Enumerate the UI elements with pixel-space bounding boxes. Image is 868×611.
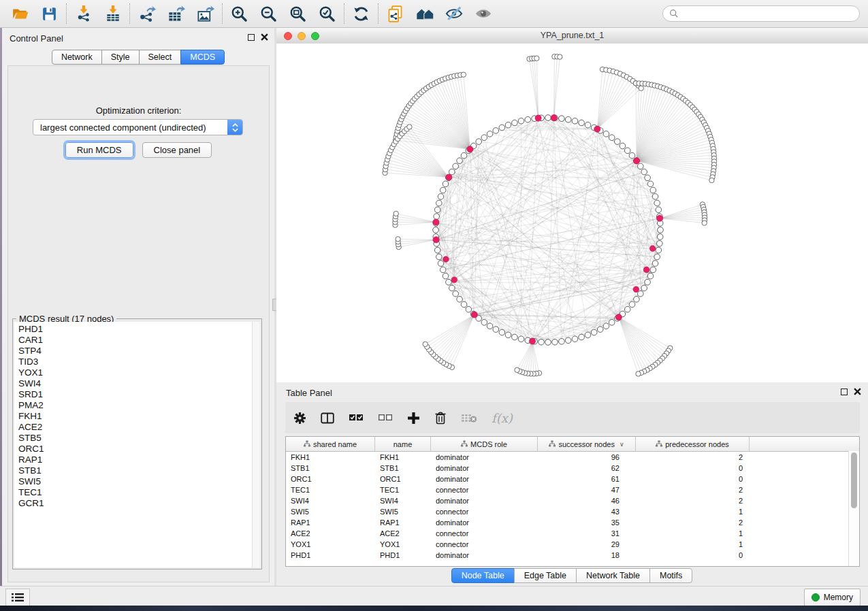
mcds-result-item[interactable]: STB1 bbox=[14, 465, 260, 476]
column-header-successor-nodes[interactable]: successor nodes∨ bbox=[538, 437, 636, 451]
table-panel: Table Panel f(x) shared namenameMCDS rol… bbox=[276, 382, 868, 587]
memory-status-icon bbox=[811, 593, 820, 601]
sort-desc-icon: ∨ bbox=[620, 441, 624, 448]
table-settings-gear-icon[interactable] bbox=[293, 412, 306, 425]
column-header-mcds-role[interactable]: MCDS role bbox=[431, 437, 538, 451]
table-row[interactable]: RAP1RAP1dominator352 bbox=[286, 517, 859, 528]
mcds-result-item[interactable]: SRD1 bbox=[14, 389, 260, 400]
table-header: shared namenameMCDS rolesuccessor nodes∨… bbox=[286, 437, 859, 452]
tab-style[interactable]: Style bbox=[101, 50, 140, 65]
table-row[interactable]: FKH1FKH1dominator962 bbox=[286, 452, 859, 463]
network-window-titlebar[interactable]: YPA_prune.txt_1 bbox=[276, 28, 868, 44]
mcds-result-item[interactable]: ACE2 bbox=[14, 422, 260, 433]
network-canvas[interactable] bbox=[276, 44, 868, 382]
tab-motifs[interactable]: Motifs bbox=[649, 568, 692, 583]
mcds-result-item[interactable]: SWI4 bbox=[14, 378, 260, 389]
table-scrollbar-thumb[interactable] bbox=[851, 452, 857, 508]
table-row[interactable]: STB1STB1dominator620 bbox=[286, 463, 859, 474]
duplicate-network-icon[interactable] bbox=[381, 2, 410, 25]
show-all-icon[interactable] bbox=[468, 2, 498, 25]
table-panel-title: Table Panel bbox=[286, 388, 332, 398]
export-image-icon[interactable] bbox=[191, 2, 220, 25]
show-columns-icon[interactable] bbox=[321, 412, 334, 425]
mcds-result-item[interactable]: STP4 bbox=[14, 346, 260, 357]
table-tabs: Node TableEdge TableNetwork TableMotifs bbox=[276, 568, 868, 583]
table-row[interactable]: YOX1YOX1connector291 bbox=[286, 539, 859, 550]
mcds-result-item[interactable]: GCR1 bbox=[14, 498, 260, 509]
deselect-all-icon[interactable] bbox=[378, 413, 393, 423]
mcds-result-item[interactable]: PMA2 bbox=[14, 400, 260, 411]
toolbar-separator bbox=[222, 3, 223, 24]
status-bar: Memory bbox=[0, 586, 868, 606]
mcds-result-item[interactable]: YOX1 bbox=[14, 367, 260, 378]
mcds-result-group: MCDS result (17 nodes) PHD1CAR1STP4TID3Y… bbox=[12, 318, 262, 569]
tab-mcds[interactable]: MCDS bbox=[180, 50, 225, 65]
table-scrollbar[interactable] bbox=[848, 451, 859, 566]
mcds-result-item[interactable]: RAP1 bbox=[14, 455, 260, 465]
zoom-selected-icon[interactable] bbox=[312, 2, 342, 25]
close-panel-button[interactable]: Close panel bbox=[142, 142, 212, 158]
mcds-result-item[interactable]: SWI5 bbox=[14, 476, 260, 487]
first-neighbors-icon[interactable] bbox=[410, 2, 439, 25]
mcds-result-item[interactable]: CAR1 bbox=[14, 335, 260, 346]
mcds-result-item[interactable]: FKH1 bbox=[14, 411, 260, 422]
mcds-result-item[interactable]: STB5 bbox=[14, 433, 260, 444]
zoom-in-icon[interactable] bbox=[225, 2, 254, 25]
close-panel-icon[interactable] bbox=[261, 33, 268, 41]
table-toolbar: f(x) bbox=[285, 402, 860, 433]
mcds-result-item[interactable]: PHD1 bbox=[14, 324, 260, 335]
open-folder-icon[interactable] bbox=[5, 2, 35, 25]
mcds-result-item[interactable]: ORC1 bbox=[14, 444, 260, 455]
mcds-result-list[interactable]: PHD1CAR1STP4TID3YOX1SWI4SRD1PMA2FKH1ACE2… bbox=[14, 322, 260, 567]
search-input[interactable] bbox=[662, 5, 860, 22]
tab-select[interactable]: Select bbox=[139, 50, 182, 65]
column-type-icon bbox=[549, 440, 556, 448]
export-table-icon[interactable] bbox=[161, 2, 191, 25]
control-panel-title: Control Panel bbox=[10, 33, 63, 44]
delete-table-icon[interactable] bbox=[461, 413, 477, 423]
optimization-criterion-select[interactable]: largest connected component (undirected) bbox=[33, 119, 243, 135]
hide-selected-icon[interactable] bbox=[439, 2, 468, 25]
task-list-icon bbox=[11, 593, 25, 602]
search-field[interactable] bbox=[682, 8, 859, 19]
zoom-out-icon[interactable] bbox=[254, 2, 283, 25]
delete-column-trash-icon[interactable] bbox=[434, 411, 447, 425]
network-graph[interactable] bbox=[276, 44, 868, 382]
mcds-result-item[interactable]: TEC1 bbox=[14, 487, 260, 498]
import-network-icon[interactable] bbox=[69, 2, 98, 25]
tab-edge-table[interactable]: Edge Table bbox=[514, 568, 577, 583]
column-header-predecessor-nodes[interactable]: predecessor nodes bbox=[636, 437, 750, 451]
mcds-result-item[interactable]: TID3 bbox=[14, 357, 260, 367]
mcds-list-scrollbar[interactable] bbox=[252, 322, 260, 567]
search-icon bbox=[669, 9, 679, 18]
tab-network-table[interactable]: Network Table bbox=[576, 568, 650, 583]
select-all-icon[interactable] bbox=[349, 413, 364, 423]
close-table-panel-icon[interactable] bbox=[854, 388, 861, 395]
table-row[interactable]: TEC1TEC1connector472 bbox=[286, 484, 859, 495]
toolbar-separator bbox=[129, 3, 130, 24]
table-row[interactable]: ORC1ORC1dominator610 bbox=[286, 474, 859, 484]
tab-node-table[interactable]: Node Table bbox=[451, 568, 515, 583]
zoom-fit-icon[interactable] bbox=[283, 2, 312, 25]
column-header-shared-name[interactable]: shared name bbox=[286, 437, 375, 451]
desktop-wallpaper-bottom bbox=[0, 606, 868, 611]
column-header-name[interactable]: name bbox=[375, 437, 431, 451]
run-mcds-button[interactable]: Run MCDS bbox=[65, 142, 133, 158]
export-network-icon[interactable] bbox=[132, 2, 161, 25]
add-column-icon[interactable] bbox=[407, 412, 420, 425]
control-panel: Control Panel NetworkStyleSelectMCDS Opt… bbox=[2, 28, 275, 587]
task-history-button[interactable] bbox=[5, 589, 30, 606]
toolbar-separator bbox=[378, 3, 379, 24]
memory-label: Memory bbox=[824, 593, 853, 602]
float-panel-icon[interactable] bbox=[248, 34, 255, 41]
table-row[interactable]: ACE2ACE2connector311 bbox=[286, 528, 859, 539]
refresh-icon[interactable] bbox=[347, 2, 376, 25]
tab-network[interactable]: Network bbox=[52, 50, 102, 65]
import-table-icon[interactable] bbox=[98, 2, 127, 25]
table-row[interactable]: SWI4SWI4dominator462 bbox=[286, 495, 859, 506]
float-table-panel-icon[interactable] bbox=[841, 389, 848, 395]
table-row[interactable]: SWI5SWI5connector431 bbox=[286, 506, 859, 517]
save-icon[interactable] bbox=[35, 2, 64, 25]
table-row[interactable]: PHD1PHD1dominator180 bbox=[286, 550, 859, 561]
memory-button[interactable]: Memory bbox=[804, 589, 861, 606]
